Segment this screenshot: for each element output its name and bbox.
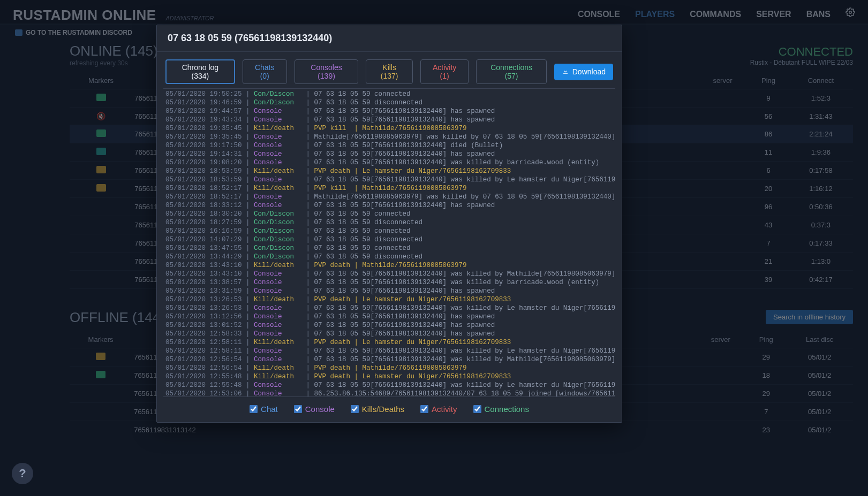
log-line: 05/01/2020 18:53:59 | Console | 07 63 18… — [163, 175, 615, 184]
log-line: 05/01/2020 18:52:17 | Console | Mathilde… — [163, 193, 615, 201]
filter-console[interactable]: Console — [294, 405, 335, 414]
tab-chrono-log[interactable]: Chrono log (334) — [165, 59, 235, 84]
log-line: 05/01/2020 13:26:53 | Console | 07 63 18… — [163, 304, 615, 312]
log-line: 05/01/2020 13:12:56 | Console | 07 63 18… — [163, 312, 615, 321]
tab-consoles[interactable]: Consoles (139) — [295, 59, 359, 84]
log-line: 05/01/2020 18:53:59 | Kill/death | PVP d… — [163, 167, 615, 175]
filter-activity[interactable]: Activity — [420, 405, 457, 414]
log-line: 05/01/2020 12:53:06 | Console | 86.253.8… — [163, 390, 615, 397]
log-line: 05/01/2020 19:43:34 | Console | 07 63 18… — [163, 116, 615, 124]
log-line: 05/01/2020 13:43:10 | Kill/death | PVP d… — [163, 261, 615, 270]
help-button[interactable]: ? — [12, 463, 33, 484]
log-line: 05/01/2020 13:47:55 | Con/Discon | 07 63… — [163, 244, 615, 253]
log-line: 05/01/2020 13:01:52 | Console | 07 63 18… — [163, 321, 615, 330]
log-line: 05/01/2020 18:52:17 | Kill/death | PVP k… — [163, 184, 615, 193]
tab-connections[interactable]: Connections (57) — [476, 59, 546, 84]
filter-chat[interactable]: Chat — [250, 405, 278, 414]
download-button[interactable]: Download — [554, 64, 613, 80]
log-line: 05/01/2020 19:14:31 | Console | 07 63 18… — [163, 150, 615, 158]
log-line: 05/01/2020 19:44:57 | Console | 07 63 18… — [163, 107, 615, 116]
log-line: 05/01/2020 16:16:59 | Con/Discon | 07 63… — [163, 227, 615, 235]
tab-activity[interactable]: Activity (1) — [420, 59, 469, 84]
log-line: 05/01/2020 18:33:12 | Console | 07 63 18… — [163, 201, 615, 210]
log-line: 05/01/2020 12:58:33 | Console | 07 63 18… — [163, 330, 615, 338]
filter-connections[interactable]: Connections — [473, 405, 529, 414]
log-line: 05/01/2020 12:58:11 | Kill/death | PVP d… — [163, 338, 615, 347]
log-line: 05/01/2020 12:55:48 | Console | 07 63 18… — [163, 381, 615, 390]
log-line: 05/01/2020 13:43:10 | Console | 07 63 18… — [163, 270, 615, 278]
log-line: 05/01/2020 19:46:59 | Con/Discon | 07 63… — [163, 98, 615, 107]
filter-kills-checkbox[interactable] — [351, 405, 359, 413]
player-detail-modal: 07 63 18 05 59 (76561198139132440) Chron… — [156, 25, 622, 423]
log-line: 05/01/2020 13:31:59 | Console | 07 63 18… — [163, 287, 615, 295]
log-line: 05/01/2020 19:50:25 | Con/Discon | 07 63… — [163, 90, 615, 98]
log-line: 05/01/2020 13:26:53 | Kill/death | PVP d… — [163, 295, 615, 304]
log-line: 05/01/2020 18:30:20 | Con/Discon | 07 63… — [163, 210, 615, 218]
tab-kills[interactable]: Kills (137) — [366, 59, 412, 84]
tab-chats[interactable]: Chats (0) — [243, 59, 287, 84]
filter-activity-checkbox[interactable] — [420, 405, 428, 413]
log-line: 05/01/2020 14:07:29 | Con/Discon | 07 63… — [163, 235, 615, 244]
filter-chat-checkbox[interactable] — [250, 405, 258, 413]
modal-title: 07 63 18 05 59 (76561198139132440) — [157, 25, 622, 52]
log-line: 05/01/2020 19:08:20 | Console | 07 63 18… — [163, 158, 615, 167]
log-line: 05/01/2020 18:27:59 | Con/Discon | 07 63… — [163, 218, 615, 227]
log-line: 05/01/2020 19:17:50 | Console | 07 63 18… — [163, 141, 615, 150]
log-line: 05/01/2020 19:35:45 | Console | Mathilde… — [163, 133, 615, 141]
log-line: 05/01/2020 13:44:29 | Con/Discon | 07 63… — [163, 253, 615, 261]
filter-connections-checkbox[interactable] — [473, 405, 481, 413]
log-line: 05/01/2020 12:55:48 | Kill/death | PVP d… — [163, 372, 615, 381]
download-label: Download — [572, 67, 606, 76]
log-line: 05/01/2020 19:35:45 | Kill/death | PVP k… — [163, 124, 615, 133]
log-line: 05/01/2020 12:58:11 | Console | 07 63 18… — [163, 347, 615, 355]
download-icon — [562, 67, 569, 77]
filter-console-checkbox[interactable] — [294, 405, 302, 413]
log-line: 05/01/2020 12:56:54 | Console | 07 63 18… — [163, 355, 615, 364]
log-line: 05/01/2020 13:38:57 | Console | 07 63 18… — [163, 278, 615, 287]
log-viewport[interactable]: 05/01/2020 19:50:25 | Con/Discon | 07 63… — [163, 88, 615, 397]
log-line: 05/01/2020 12:56:54 | Kill/death | PVP d… — [163, 364, 615, 372]
filter-kills-deaths[interactable]: Kills/Deaths — [351, 405, 404, 414]
